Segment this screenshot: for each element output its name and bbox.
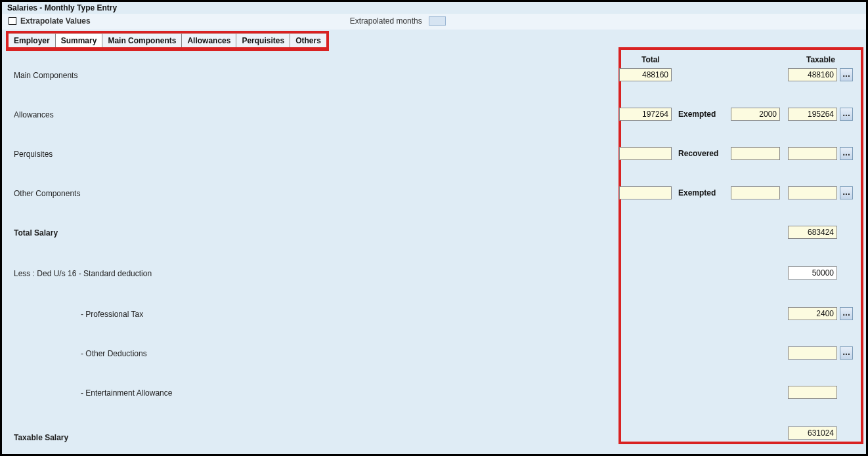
professional-tax-more-button[interactable]: ... (840, 307, 853, 320)
tab-others[interactable]: Others (290, 33, 326, 47)
col-header-total: Total (641, 55, 660, 64)
total-salary-value[interactable]: 683424 (788, 226, 837, 239)
extrapolate-label: Extrapolate Values (20, 16, 91, 26)
tab-main-components[interactable]: Main Components (102, 33, 182, 47)
perquisites-recovered-label: Recovered (678, 149, 718, 158)
label-other-deductions: - Other Deductions (81, 349, 147, 358)
extrapolated-months-field[interactable] (429, 16, 446, 26)
col-header-taxable: Taxable (806, 55, 835, 64)
window-title: Salaries - Monthly Type Entry (2, 2, 866, 14)
allowances-exempted-value[interactable]: 2000 (731, 108, 780, 121)
right-columns-highlight (618, 47, 863, 444)
label-perquisites: Perquisites (14, 150, 53, 159)
tabbar: Employer Summary Main Components Allowan… (6, 31, 329, 51)
other-deductions-value[interactable] (788, 346, 837, 360)
main-components-taxable[interactable]: 488160 (788, 68, 837, 81)
top-strip: Extrapolate Values Extrapolated months (2, 14, 866, 30)
extrapolate-checkbox[interactable] (9, 17, 16, 25)
extrapolated-months-label: Extrapolated months (350, 16, 422, 26)
allowances-exempted-label: Exempted (678, 110, 716, 119)
allowances-total[interactable]: 197264 (619, 108, 672, 121)
other-components-exempted-value[interactable] (731, 186, 780, 199)
label-allowances: Allowances (14, 110, 54, 119)
main-components-more-button[interactable]: ... (840, 68, 853, 81)
label-main-components: Main Components (14, 71, 77, 80)
other-components-taxable[interactable] (788, 186, 837, 199)
allowances-taxable[interactable]: 195264 (788, 108, 837, 121)
other-components-exempted-label: Exempted (678, 188, 716, 197)
main-components-total[interactable]: 488160 (619, 68, 672, 81)
label-std-deduction: Less : Ded U/s 16 - Standard deduction (14, 269, 152, 278)
other-components-more-button[interactable]: ... (840, 186, 853, 199)
summary-panel: Total Taxable Main Components 488160 488… (2, 51, 866, 438)
label-taxable-salary: Taxable Salary (14, 433, 68, 442)
taxable-salary-value[interactable]: 631024 (788, 426, 837, 440)
perquisites-total[interactable] (619, 147, 672, 160)
std-deduction-value[interactable]: 50000 (788, 266, 837, 280)
tab-employer[interactable]: Employer (9, 33, 56, 47)
perquisites-recovered-value[interactable] (731, 147, 780, 160)
other-deductions-more-button[interactable]: ... (840, 346, 853, 360)
allowances-more-button[interactable]: ... (840, 108, 853, 121)
label-other-components: Other Components (14, 189, 80, 198)
tab-summary[interactable]: Summary (56, 33, 103, 47)
perquisites-taxable[interactable] (788, 147, 837, 160)
perquisites-more-button[interactable]: ... (840, 147, 853, 160)
label-total-salary: Total Salary (14, 228, 58, 238)
tabbar-highlight: Employer Summary Main Components Allowan… (2, 30, 866, 51)
window: Salaries - Monthly Type Entry Extrapolat… (0, 0, 868, 456)
professional-tax-value[interactable]: 2400 (788, 307, 837, 320)
tab-perquisites[interactable]: Perquisites (236, 33, 290, 47)
tab-allowances[interactable]: Allowances (182, 33, 236, 47)
label-entertainment-allowance: - Entertainment Allowance (81, 388, 172, 398)
other-components-total[interactable] (619, 186, 672, 199)
label-professional-tax: - Professional Tax (81, 310, 143, 319)
entertainment-allowance-value[interactable] (788, 386, 837, 399)
